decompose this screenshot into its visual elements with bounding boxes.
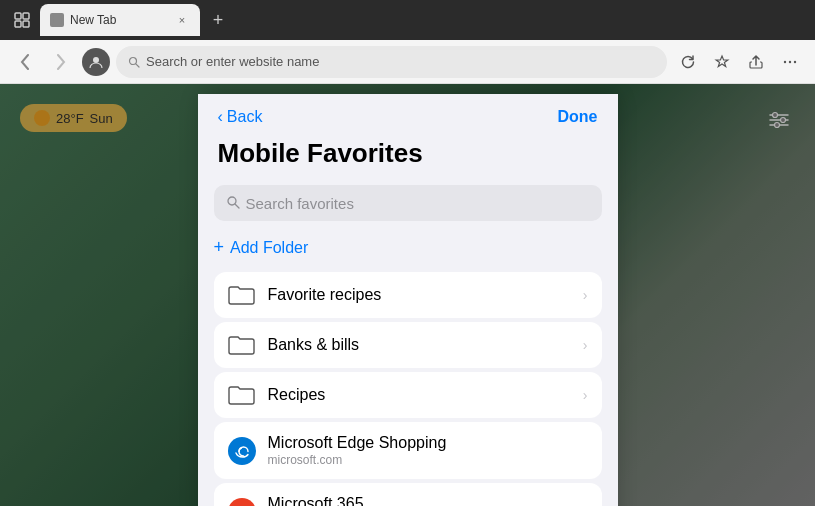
browser-window: New Tab × + Search or enter website name xyxy=(0,0,815,506)
back-button[interactable]: ‹ Back xyxy=(218,108,263,126)
toolbar-actions xyxy=(673,47,805,77)
search-container: Search favorites xyxy=(198,185,618,233)
modal-header: ‹ Back Done xyxy=(198,94,618,134)
active-tab[interactable]: New Tab × xyxy=(40,4,200,36)
office-favicon-icon: W xyxy=(228,498,256,507)
refresh-button[interactable] xyxy=(673,47,703,77)
list-item[interactable]: Recipes › xyxy=(214,372,602,418)
item-subtitle: microsoft.com xyxy=(268,453,447,467)
item-label: Recipes xyxy=(268,386,571,404)
folder-icon xyxy=(228,284,256,306)
item-text-group: Microsoft Edge Shopping microsoft.com xyxy=(268,434,447,467)
search-bar[interactable]: Search favorites xyxy=(214,185,602,221)
item-label: Banks & bills xyxy=(268,336,571,354)
svg-rect-0 xyxy=(15,13,21,19)
folder-icon xyxy=(228,384,256,406)
add-folder-button[interactable]: + Add Folder xyxy=(214,237,309,258)
tab-title: New Tab xyxy=(70,13,168,27)
search-placeholder: Search favorites xyxy=(246,195,354,212)
share-button[interactable] xyxy=(741,47,771,77)
add-folder-label: Add Folder xyxy=(230,239,308,257)
favorites-button[interactable] xyxy=(707,47,737,77)
search-icon xyxy=(226,195,240,212)
chevron-right-icon: › xyxy=(583,337,588,353)
new-tab-button[interactable]: + xyxy=(204,6,232,34)
svg-line-19 xyxy=(235,204,239,208)
edge-favicon-icon xyxy=(228,437,256,465)
back-button[interactable] xyxy=(10,47,40,77)
search-icon xyxy=(128,56,140,68)
tab-favicon-icon xyxy=(50,13,64,27)
chevron-right-icon: › xyxy=(583,287,588,303)
svg-rect-3 xyxy=(23,21,29,27)
list-item[interactable]: Banks & bills › xyxy=(214,322,602,368)
svg-point-11 xyxy=(794,60,796,62)
forward-button[interactable] xyxy=(46,47,76,77)
item-label: Favorite recipes xyxy=(268,286,571,304)
tab-bar: New Tab × + xyxy=(0,0,815,40)
item-text-group: Microsoft 365 office.com xyxy=(268,495,364,506)
browser-content: 28°F Sun ‹ Back xyxy=(0,84,815,506)
list-item[interactable]: W Microsoft 365 office.com xyxy=(214,483,602,506)
folder-icon xyxy=(228,334,256,356)
favorites-list: Favorite recipes › Banks & bills › xyxy=(198,272,618,506)
item-label: Microsoft Edge Shopping xyxy=(268,434,447,452)
svg-point-9 xyxy=(784,60,786,62)
profile-avatar[interactable] xyxy=(82,48,110,76)
list-item[interactable]: Favorite recipes › xyxy=(214,272,602,318)
svg-rect-4 xyxy=(53,16,61,24)
modal-overlay: ‹ Back Done Mobile Favorites Search favo… xyxy=(0,84,815,506)
browser-toolbar: Search or enter website name xyxy=(0,40,815,84)
svg-rect-1 xyxy=(23,13,29,19)
svg-line-8 xyxy=(136,63,139,66)
address-text: Search or enter website name xyxy=(146,54,319,69)
back-label: Back xyxy=(227,108,263,126)
svg-point-6 xyxy=(93,57,99,63)
chevron-right-icon: › xyxy=(583,387,588,403)
back-chevron-icon: ‹ xyxy=(218,108,223,126)
tab-close-button[interactable]: × xyxy=(174,12,190,28)
favorites-modal: ‹ Back Done Mobile Favorites Search favo… xyxy=(198,94,618,506)
svg-rect-2 xyxy=(15,21,21,27)
tab-list-icon[interactable] xyxy=(8,6,36,34)
add-icon: + xyxy=(214,237,225,258)
add-folder-row: + Add Folder xyxy=(198,233,618,272)
modal-title: Mobile Favorites xyxy=(198,134,618,185)
more-button[interactable] xyxy=(775,47,805,77)
list-item[interactable]: Microsoft Edge Shopping microsoft.com xyxy=(214,422,602,479)
address-bar[interactable]: Search or enter website name xyxy=(116,46,667,78)
done-button[interactable]: Done xyxy=(558,108,598,126)
item-label: Microsoft 365 xyxy=(268,495,364,506)
svg-point-10 xyxy=(789,60,791,62)
